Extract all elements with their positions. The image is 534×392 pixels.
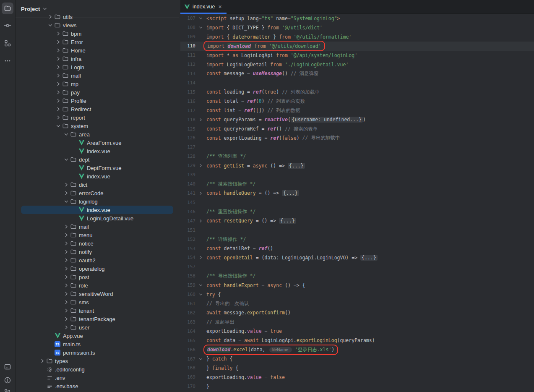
commit-tool-button[interactable] bbox=[2, 20, 13, 31]
code-line-127[interactable]: 127 bbox=[180, 143, 534, 152]
code-line-141[interactable]: 141const handleQuery = () => {...} bbox=[180, 189, 534, 198]
code-line-169[interactable]: 169 exportLoading.value = false bbox=[180, 373, 534, 382]
line-number[interactable]: 129 bbox=[180, 163, 197, 168]
tree-item-LoginLogDetail.vue[interactable]: LoginLogDetail.vue bbox=[16, 214, 179, 222]
chevron-right-icon[interactable] bbox=[55, 47, 62, 53]
code-line-126[interactable]: 126const exportLoading = ref(false) // 导… bbox=[180, 133, 534, 143]
code-line-content[interactable]: const openDetail = (data: LoginLogApi.Lo… bbox=[205, 253, 534, 262]
tree-item-area[interactable]: area bbox=[16, 130, 179, 139]
tree-item-pay[interactable]: pay bbox=[16, 88, 179, 97]
code-line-content[interactable]: import { DICT_TYPE } from '@/utils/dict' bbox=[205, 23, 534, 32]
tree-item-Profile[interactable]: Profile bbox=[16, 97, 179, 105]
line-number[interactable]: 114 bbox=[180, 80, 197, 86]
line-number[interactable]: 152 bbox=[180, 237, 197, 242]
line-number[interactable]: 145 bbox=[180, 200, 197, 205]
chevron-right-icon[interactable] bbox=[63, 316, 70, 322]
line-number[interactable]: 160 bbox=[180, 292, 197, 297]
code-line-153[interactable]: 153const detailRef = ref() bbox=[180, 244, 534, 253]
code-line-162[interactable]: 162 await message.exportConfirm() bbox=[180, 308, 534, 318]
tree-item-Home[interactable]: Home bbox=[16, 46, 179, 55]
problems-tool-button[interactable] bbox=[2, 374, 13, 386]
code-line-107[interactable]: 107<script setup lang="ts" name="SystemL… bbox=[180, 14, 534, 23]
more-tool-button[interactable] bbox=[2, 55, 13, 67]
fold-right-icon[interactable] bbox=[197, 216, 205, 225]
code-line-112[interactable]: 112import LoginLogDetail from './LoginLo… bbox=[180, 60, 534, 69]
code-editor[interactable]: 107<script setup lang="ts" name="SystemL… bbox=[180, 14, 534, 392]
line-number[interactable]: 166 bbox=[180, 347, 197, 353]
chevron-right-icon[interactable] bbox=[63, 249, 70, 255]
code-line-content[interactable]: download.excel(data,fileName:'登录日志.xls') bbox=[205, 345, 534, 354]
tree-item-infra[interactable]: infra bbox=[16, 55, 179, 63]
line-number[interactable]: 165 bbox=[180, 338, 197, 343]
line-number[interactable]: 169 bbox=[180, 374, 197, 380]
folded-region[interactable]: {...} bbox=[282, 190, 299, 196]
chevron-right-icon[interactable] bbox=[63, 232, 70, 238]
tree-item-bpm[interactable]: bpm bbox=[16, 29, 179, 38]
line-number[interactable]: 116 bbox=[180, 99, 197, 104]
tree-item-Error[interactable]: Error bbox=[16, 38, 179, 46]
code-line-159[interactable]: 159const handleExport = async () => { bbox=[180, 281, 534, 290]
terminal-tool-button[interactable] bbox=[2, 361, 13, 373]
tree-item-tenant[interactable]: tenant bbox=[16, 306, 179, 315]
chevron-right-icon[interactable] bbox=[63, 299, 70, 305]
chevron-right-icon[interactable] bbox=[63, 190, 70, 196]
code-line-content[interactable]: /** 搜索按钮操作 */ bbox=[205, 180, 534, 189]
tree-item-operatelog[interactable]: operatelog bbox=[16, 264, 179, 273]
tree-item-.env.base[interactable]: .env.base bbox=[16, 382, 179, 390]
code-line-content[interactable]: /** 详情操作 */ bbox=[205, 235, 534, 244]
code-line-content[interactable]: } bbox=[205, 382, 534, 391]
code-line-content[interactable]: const queryFormRef = ref() // 搜索的表单 bbox=[205, 124, 534, 133]
chevron-right-icon[interactable] bbox=[55, 81, 62, 87]
tree-item-dept[interactable]: dept bbox=[16, 155, 179, 164]
code-line-content[interactable]: /** 导出按钮操作 */ bbox=[205, 272, 534, 281]
line-number[interactable]: 153 bbox=[180, 246, 197, 251]
tree-item-AreaForm.vue[interactable]: AreaForm.vue bbox=[16, 139, 179, 147]
code-line-140[interactable]: 140/** 搜索按钮操作 */ bbox=[180, 180, 534, 189]
chevron-right-icon[interactable] bbox=[55, 98, 62, 104]
code-line-157[interactable]: 157 bbox=[180, 262, 534, 272]
line-number[interactable]: 115 bbox=[180, 89, 197, 95]
line-number[interactable]: 111 bbox=[180, 52, 197, 58]
code-line-111[interactable]: 111import * as LoginLogApi from '@/api/s… bbox=[180, 51, 534, 60]
code-line-content[interactable]: exportLoading.value = true bbox=[205, 327, 534, 336]
chevron-down-icon[interactable] bbox=[55, 123, 62, 129]
chevron-down-icon[interactable] bbox=[63, 157, 70, 162]
code-line-content[interactable]: } catch { bbox=[205, 354, 534, 363]
line-number[interactable]: 168 bbox=[180, 365, 197, 371]
tree-item-report[interactable]: report bbox=[16, 113, 179, 122]
code-line-content[interactable]: const getList = async () => {...} bbox=[205, 161, 534, 170]
folded-region[interactable]: {...} bbox=[288, 163, 305, 169]
code-line-109[interactable]: 109import { dateFormatter } from '@/util… bbox=[180, 32, 534, 42]
code-line-115[interactable]: 115const loading = ref(true) // 列表的加载中 bbox=[180, 87, 534, 97]
code-line-content[interactable]: // 发起导出 bbox=[205, 317, 534, 327]
line-number[interactable]: 159 bbox=[180, 282, 197, 288]
chevron-right-icon[interactable] bbox=[63, 291, 70, 297]
tree-item-dict[interactable]: dict bbox=[16, 180, 179, 189]
code-line-content[interactable] bbox=[205, 170, 534, 180]
code-line-content[interactable]: try { bbox=[205, 290, 534, 299]
line-number[interactable]: 170 bbox=[180, 384, 197, 389]
partial-tool-button[interactable] bbox=[2, 387, 13, 392]
code-line-content[interactable]: import LoginLogDetail from './LoginLogDe… bbox=[205, 60, 534, 69]
tree-item-notice[interactable]: notice bbox=[16, 239, 179, 248]
code-line-content[interactable]: } finally { bbox=[205, 363, 534, 373]
chevron-right-icon[interactable] bbox=[39, 358, 46, 364]
code-line-152[interactable]: 152/** 详情操作 */ bbox=[180, 235, 534, 244]
line-number[interactable]: 139 bbox=[180, 172, 197, 178]
tree-item-sms[interactable]: sms bbox=[16, 298, 179, 306]
line-number[interactable]: 164 bbox=[180, 329, 197, 334]
fold-down-icon[interactable] bbox=[197, 281, 205, 290]
structure-tool-button[interactable] bbox=[2, 37, 13, 49]
code-line-164[interactable]: 164 exportLoading.value = true bbox=[180, 327, 534, 336]
folded-region[interactable]: {...} bbox=[360, 255, 378, 261]
chevron-down-icon[interactable] bbox=[47, 22, 54, 28]
code-line-154[interactable]: 154const openDetail = (data: LoginLogApi… bbox=[180, 253, 534, 262]
tree-item-role[interactable]: role bbox=[16, 281, 179, 290]
code-line-content[interactable]: const list = ref([]) // 列表的数据 bbox=[205, 106, 534, 115]
line-number[interactable]: 140 bbox=[180, 181, 197, 187]
line-number[interactable]: 109 bbox=[180, 34, 197, 39]
line-number[interactable]: 146 bbox=[180, 209, 197, 214]
tree-item-index.vue[interactable]: index.vue bbox=[16, 147, 179, 155]
code-line-168[interactable]: 168 } finally { bbox=[180, 363, 534, 373]
fold-down-icon[interactable] bbox=[197, 14, 205, 23]
